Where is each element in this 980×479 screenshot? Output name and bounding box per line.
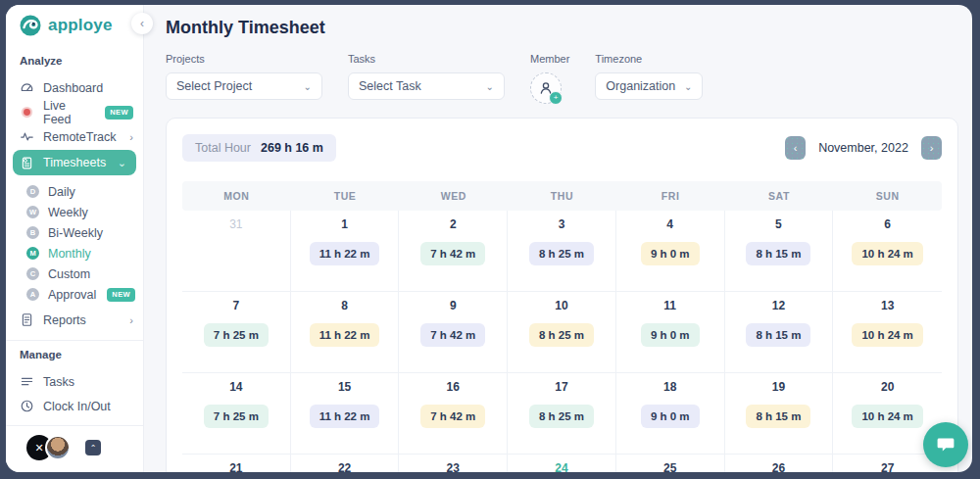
date-number: 7 — [182, 299, 290, 312]
calendar-day-cell[interactable]: 25 — [616, 455, 725, 472]
calendar-day-cell[interactable]: 27 h 42 m — [399, 211, 508, 291]
sidebar-subitem-custom[interactable]: CCustom — [6, 263, 143, 284]
next-month-button[interactable]: › — [921, 136, 942, 160]
date-number: 5 — [725, 217, 833, 231]
calendar-day-cell[interactable]: 147 h 25 m — [182, 373, 291, 454]
date-number: 12 — [725, 299, 833, 312]
calendar-day-cell[interactable]: 58 h 15 m — [725, 211, 834, 291]
calendar-day-cell[interactable]: 178 h 25 m — [508, 373, 616, 454]
calendar-day-cell[interactable]: 97 h 42 m — [399, 292, 508, 372]
hours-badge: 8 h 15 m — [746, 323, 810, 347]
calendar-day-cell[interactable]: 610 h 24 m — [833, 211, 942, 291]
timezone-filter: Timezone Organization ⌄ — [595, 53, 703, 100]
monthly-letter-icon: M — [26, 247, 39, 260]
sidebar-item-reports[interactable]: Reports› — [6, 308, 143, 332]
sidebar-item-remotetrack[interactable]: RemoteTrack› — [6, 124, 143, 149]
date-number: 16 — [399, 380, 507, 394]
sidebar-subitem-daily[interactable]: DDaily — [6, 181, 143, 202]
prev-month-button[interactable]: ‹ — [785, 136, 806, 160]
date-number: 18 — [616, 380, 724, 394]
day-header-thu: THU — [508, 190, 616, 202]
date-number: 10 — [508, 299, 615, 312]
hours-badge: 11 h 22 m — [310, 405, 380, 428]
add-member-button[interactable]: + — [530, 72, 562, 104]
new-badge: NEW — [107, 288, 135, 302]
sidebar-subitem-approval[interactable]: AApprovalNEW — [6, 284, 143, 305]
calendar-day-cell[interactable]: 77 h 25 m — [182, 292, 291, 372]
app-logo[interactable]: apploye — [6, 5, 143, 37]
date-number: 6 — [833, 217, 942, 231]
sidebar-subitem-label: Custom — [48, 267, 90, 281]
calendar-day-cell[interactable]: 811 h 22 m — [291, 292, 400, 372]
calendar-day-cell[interactable]: 167 h 42 m — [399, 373, 508, 454]
timesheet-card: Total Hour 269 h 16 m ‹ November, 2022 ›… — [166, 118, 958, 472]
sidebar-subitem-monthly[interactable]: MMonthly — [6, 243, 143, 263]
timezone-select[interactable]: Organization ⌄ — [595, 72, 703, 100]
calendar-day-cell[interactable]: 38 h 25 m — [508, 211, 616, 291]
hours-badge: 9 h 0 m — [641, 242, 700, 265]
user-avatar[interactable] — [45, 435, 71, 460]
calendar-day-cell[interactable]: 189 h 0 m — [616, 373, 725, 454]
bi-weekly-letter-icon: B — [26, 226, 39, 239]
date-number: 23 — [399, 461, 507, 472]
sidebar-item-dashboard[interactable]: Dashboard — [6, 75, 143, 100]
date-number: 4 — [616, 217, 724, 231]
sidebar-item-timesheets[interactable]: Timesheets⌄ — [13, 150, 136, 175]
sidebar-item-tasks[interactable]: Tasks — [6, 369, 143, 394]
timesheets-icon — [20, 156, 34, 170]
workspace-expand-button[interactable]: ⌃ — [85, 440, 101, 455]
date-number: 21 — [182, 461, 290, 472]
live-feed-icon — [20, 105, 34, 120]
sidebar-item-clock-in-out[interactable]: Clock In/Out — [6, 394, 143, 418]
calendar-day-cell[interactable]: 108 h 25 m — [508, 292, 616, 372]
workspace-switcher: ✕ ⌃ — [6, 425, 143, 472]
calendar-day-cell[interactable]: 1511 h 22 m — [291, 373, 400, 454]
filter-bar: Projects Select Project ⌄ Tasks Select T… — [166, 53, 958, 104]
tasks-label: Tasks — [348, 53, 505, 65]
hours-badge: 8 h 25 m — [529, 405, 594, 428]
hours-badge: 11 h 22 m — [310, 242, 380, 265]
member-filter: Member + — [530, 53, 569, 104]
current-month-label: November, 2022 — [811, 141, 915, 155]
sidebar-subitem-label: Approval — [48, 288, 96, 302]
date-number: 31 — [182, 217, 290, 231]
date-number: 3 — [508, 217, 615, 231]
chevron-right-icon: › — [129, 314, 133, 326]
calendar-day-cell[interactable]: 23 — [399, 455, 508, 472]
remotetrack-icon — [20, 129, 34, 144]
custom-letter-icon: C — [26, 267, 39, 280]
hours-badge: 10 h 24 m — [852, 405, 922, 428]
hours-badge: 7 h 42 m — [420, 405, 485, 428]
sidebar-divider — [6, 340, 143, 341]
calendar-day-cell[interactable]: 198 h 15 m — [725, 373, 834, 454]
calendar-day-cell[interactable]: 49 h 0 m — [616, 211, 725, 291]
calendar-week-row: 147 h 25 m1511 h 22 m167 h 42 m178 h 25 … — [182, 373, 942, 455]
monthly-calendar: MONTUEWEDTHUFRISATSUN 31111 h 22 m27 h 4… — [182, 181, 942, 472]
task-select[interactable]: Select Task ⌄ — [348, 72, 505, 100]
calendar-day-cell[interactable]: 24 — [508, 455, 616, 472]
sidebar-subitem-weekly[interactable]: WWeekly — [6, 202, 143, 222]
calendar-day-cell[interactable]: 111 h 22 m — [291, 211, 400, 291]
date-number: 1 — [291, 217, 399, 231]
chat-widget-button[interactable] — [923, 422, 968, 467]
date-number: 26 — [725, 461, 833, 472]
total-hour-value: 269 h 16 m — [261, 141, 323, 155]
calendar-day-cell[interactable]: 21 — [182, 455, 291, 472]
member-label: Member — [530, 53, 569, 65]
calendar-day-cell[interactable]: 27 — [833, 455, 942, 472]
project-select[interactable]: Select Project ⌄ — [166, 72, 322, 100]
calendar-day-cell[interactable]: 128 h 15 m — [725, 292, 834, 372]
calendar-day-cell[interactable]: 26 — [725, 455, 834, 472]
calendar-day-cell[interactable]: 1310 h 24 m — [833, 292, 942, 372]
hours-badge: 8 h 15 m — [746, 405, 810, 428]
sidebar-subitem-bi-weekly[interactable]: BBi-Weekly — [6, 222, 143, 243]
calendar-day-cell[interactable]: 31 — [182, 211, 291, 291]
dashboard-icon — [20, 80, 34, 95]
calendar-day-cell[interactable]: 22 — [291, 455, 400, 472]
sidebar-item-live-feed[interactable]: Live FeedNEW — [6, 100, 143, 124]
sidebar-collapse-button[interactable]: ‹ — [131, 13, 153, 34]
tasks-filter: Tasks Select Task ⌄ — [348, 53, 505, 100]
sidebar-item-label: Live Feed — [43, 99, 94, 126]
calendar-day-cell[interactable]: 119 h 0 m — [616, 292, 725, 372]
hours-badge: 10 h 24 m — [852, 323, 922, 347]
